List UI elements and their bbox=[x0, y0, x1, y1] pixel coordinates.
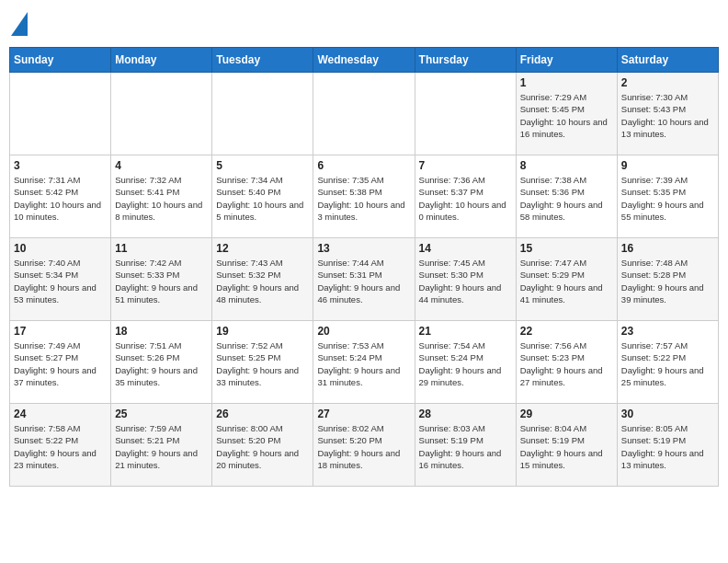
day-number: 29 bbox=[520, 408, 613, 420]
day-info: Sunrise: 8:03 AM Sunset: 5:19 PM Dayligh… bbox=[419, 422, 512, 471]
day-info: Sunrise: 7:39 AM Sunset: 5:35 PM Dayligh… bbox=[621, 174, 714, 223]
day-info: Sunrise: 8:05 AM Sunset: 5:19 PM Dayligh… bbox=[621, 422, 714, 471]
calendar-cell: 12Sunrise: 7:43 AM Sunset: 5:32 PM Dayli… bbox=[212, 238, 313, 321]
calendar-week-2: 10Sunrise: 7:40 AM Sunset: 5:34 PM Dayli… bbox=[10, 238, 719, 321]
day-info: Sunrise: 8:04 AM Sunset: 5:19 PM Dayligh… bbox=[520, 422, 613, 471]
calendar-cell: 26Sunrise: 8:00 AM Sunset: 5:20 PM Dayli… bbox=[212, 404, 313, 487]
day-number: 10 bbox=[14, 242, 107, 255]
day-info: Sunrise: 7:45 AM Sunset: 5:30 PM Dayligh… bbox=[419, 257, 512, 305]
day-info: Sunrise: 7:48 AM Sunset: 5:28 PM Dayligh… bbox=[621, 257, 714, 305]
calendar-week-0: 1Sunrise: 7:29 AM Sunset: 5:45 PM Daylig… bbox=[10, 73, 719, 155]
header-tuesday: Tuesday bbox=[212, 48, 313, 73]
day-number: 15 bbox=[520, 242, 613, 255]
calendar-cell: 17Sunrise: 7:49 AM Sunset: 5:27 PM Dayli… bbox=[10, 321, 111, 404]
day-number: 1 bbox=[520, 76, 613, 89]
calendar-cell bbox=[111, 73, 212, 155]
calendar-cell: 4Sunrise: 7:32 AM Sunset: 5:41 PM Daylig… bbox=[111, 155, 212, 238]
day-number: 24 bbox=[14, 408, 107, 420]
day-info: Sunrise: 8:00 AM Sunset: 5:20 PM Dayligh… bbox=[216, 422, 309, 471]
day-number: 12 bbox=[216, 242, 309, 255]
day-info: Sunrise: 7:53 AM Sunset: 5:24 PM Dayligh… bbox=[317, 339, 410, 388]
day-number: 18 bbox=[115, 325, 208, 338]
day-info: Sunrise: 7:59 AM Sunset: 5:21 PM Dayligh… bbox=[115, 422, 208, 471]
day-number: 16 bbox=[621, 242, 714, 255]
calendar-cell: 1Sunrise: 7:29 AM Sunset: 5:45 PM Daylig… bbox=[516, 73, 617, 155]
calendar-week-1: 3Sunrise: 7:31 AM Sunset: 5:42 PM Daylig… bbox=[10, 155, 719, 238]
header-wednesday: Wednesday bbox=[313, 48, 415, 73]
header-saturday: Saturday bbox=[617, 48, 718, 73]
header-thursday: Thursday bbox=[415, 48, 516, 73]
day-number: 21 bbox=[419, 325, 512, 338]
calendar-table: SundayMondayTuesdayWednesdayThursdayFrid… bbox=[9, 47, 719, 487]
calendar-cell: 20Sunrise: 7:53 AM Sunset: 5:24 PM Dayli… bbox=[313, 321, 415, 404]
calendar-cell: 25Sunrise: 7:59 AM Sunset: 5:21 PM Dayli… bbox=[111, 404, 212, 487]
day-info: Sunrise: 7:56 AM Sunset: 5:23 PM Dayligh… bbox=[520, 339, 613, 388]
calendar-header-row: SundayMondayTuesdayWednesdayThursdayFrid… bbox=[10, 48, 719, 73]
day-number: 6 bbox=[317, 159, 410, 172]
calendar-week-4: 24Sunrise: 7:58 AM Sunset: 5:22 PM Dayli… bbox=[10, 404, 719, 487]
day-info: Sunrise: 7:44 AM Sunset: 5:31 PM Dayligh… bbox=[317, 257, 410, 305]
day-info: Sunrise: 7:54 AM Sunset: 5:24 PM Dayligh… bbox=[419, 339, 512, 388]
calendar-cell: 15Sunrise: 7:47 AM Sunset: 5:29 PM Dayli… bbox=[516, 238, 617, 321]
day-number: 17 bbox=[14, 325, 107, 338]
logo-arrow-icon bbox=[11, 12, 28, 36]
calendar-cell: 30Sunrise: 8:05 AM Sunset: 5:19 PM Dayli… bbox=[617, 404, 718, 487]
day-info: Sunrise: 7:31 AM Sunset: 5:42 PM Dayligh… bbox=[14, 174, 107, 223]
day-number: 9 bbox=[621, 159, 714, 172]
calendar-cell: 18Sunrise: 7:51 AM Sunset: 5:26 PM Dayli… bbox=[111, 321, 212, 404]
day-number: 5 bbox=[216, 159, 309, 172]
calendar-cell: 28Sunrise: 8:03 AM Sunset: 5:19 PM Dayli… bbox=[415, 404, 516, 487]
calendar-cell: 29Sunrise: 8:04 AM Sunset: 5:19 PM Dayli… bbox=[516, 404, 617, 487]
calendar-cell: 8Sunrise: 7:38 AM Sunset: 5:36 PM Daylig… bbox=[516, 155, 617, 238]
day-info: Sunrise: 7:30 AM Sunset: 5:43 PM Dayligh… bbox=[621, 91, 714, 140]
day-number: 14 bbox=[419, 242, 512, 255]
calendar-cell: 11Sunrise: 7:42 AM Sunset: 5:33 PM Dayli… bbox=[111, 238, 212, 321]
day-info: Sunrise: 7:58 AM Sunset: 5:22 PM Dayligh… bbox=[14, 422, 107, 471]
day-number: 22 bbox=[520, 325, 613, 338]
day-number: 19 bbox=[216, 325, 309, 338]
day-number: 2 bbox=[621, 76, 714, 89]
calendar-cell: 3Sunrise: 7:31 AM Sunset: 5:42 PM Daylig… bbox=[10, 155, 111, 238]
day-info: Sunrise: 7:32 AM Sunset: 5:41 PM Dayligh… bbox=[115, 174, 208, 223]
day-info: Sunrise: 7:36 AM Sunset: 5:37 PM Dayligh… bbox=[419, 174, 512, 223]
calendar-cell: 7Sunrise: 7:36 AM Sunset: 5:37 PM Daylig… bbox=[415, 155, 516, 238]
day-info: Sunrise: 7:40 AM Sunset: 5:34 PM Dayligh… bbox=[14, 257, 107, 305]
day-info: Sunrise: 7:51 AM Sunset: 5:26 PM Dayligh… bbox=[115, 339, 208, 388]
calendar-cell: 21Sunrise: 7:54 AM Sunset: 5:24 PM Dayli… bbox=[415, 321, 516, 404]
day-info: Sunrise: 7:29 AM Sunset: 5:45 PM Dayligh… bbox=[520, 91, 613, 140]
calendar-cell: 5Sunrise: 7:34 AM Sunset: 5:40 PM Daylig… bbox=[212, 155, 313, 238]
day-number: 26 bbox=[216, 408, 309, 420]
calendar-cell: 6Sunrise: 7:35 AM Sunset: 5:38 PM Daylig… bbox=[313, 155, 415, 238]
calendar-cell: 9Sunrise: 7:39 AM Sunset: 5:35 PM Daylig… bbox=[617, 155, 718, 238]
header-monday: Monday bbox=[111, 48, 212, 73]
calendar-cell: 27Sunrise: 8:02 AM Sunset: 5:20 PM Dayli… bbox=[313, 404, 415, 487]
day-info: Sunrise: 7:34 AM Sunset: 5:40 PM Dayligh… bbox=[216, 174, 309, 223]
calendar-cell: 19Sunrise: 7:52 AM Sunset: 5:25 PM Dayli… bbox=[212, 321, 313, 404]
calendar-cell: 10Sunrise: 7:40 AM Sunset: 5:34 PM Dayli… bbox=[10, 238, 111, 321]
header-friday: Friday bbox=[516, 48, 617, 73]
day-number: 27 bbox=[317, 408, 410, 420]
day-info: Sunrise: 7:57 AM Sunset: 5:22 PM Dayligh… bbox=[621, 339, 714, 388]
logo bbox=[9, 9, 28, 40]
day-info: Sunrise: 7:52 AM Sunset: 5:25 PM Dayligh… bbox=[216, 339, 309, 388]
day-info: Sunrise: 7:47 AM Sunset: 5:29 PM Dayligh… bbox=[520, 257, 613, 305]
calendar-cell bbox=[415, 73, 516, 155]
day-info: Sunrise: 8:02 AM Sunset: 5:20 PM Dayligh… bbox=[317, 422, 410, 471]
day-number: 20 bbox=[317, 325, 410, 338]
calendar-cell: 23Sunrise: 7:57 AM Sunset: 5:22 PM Dayli… bbox=[617, 321, 718, 404]
calendar-week-3: 17Sunrise: 7:49 AM Sunset: 5:27 PM Dayli… bbox=[10, 321, 719, 404]
day-number: 4 bbox=[115, 159, 208, 172]
header-sunday: Sunday bbox=[10, 48, 111, 73]
day-number: 30 bbox=[621, 408, 714, 420]
day-number: 25 bbox=[115, 408, 208, 420]
day-info: Sunrise: 7:43 AM Sunset: 5:32 PM Dayligh… bbox=[216, 257, 309, 305]
calendar-cell bbox=[313, 73, 415, 155]
svg-marker-0 bbox=[11, 12, 28, 36]
calendar-cell: 24Sunrise: 7:58 AM Sunset: 5:22 PM Dayli… bbox=[10, 404, 111, 487]
day-info: Sunrise: 7:38 AM Sunset: 5:36 PM Dayligh… bbox=[520, 174, 613, 223]
calendar-cell: 13Sunrise: 7:44 AM Sunset: 5:31 PM Dayli… bbox=[313, 238, 415, 321]
calendar-cell: 16Sunrise: 7:48 AM Sunset: 5:28 PM Dayli… bbox=[617, 238, 718, 321]
day-number: 3 bbox=[14, 159, 107, 172]
calendar-cell: 2Sunrise: 7:30 AM Sunset: 5:43 PM Daylig… bbox=[617, 73, 718, 155]
calendar-cell: 14Sunrise: 7:45 AM Sunset: 5:30 PM Dayli… bbox=[415, 238, 516, 321]
